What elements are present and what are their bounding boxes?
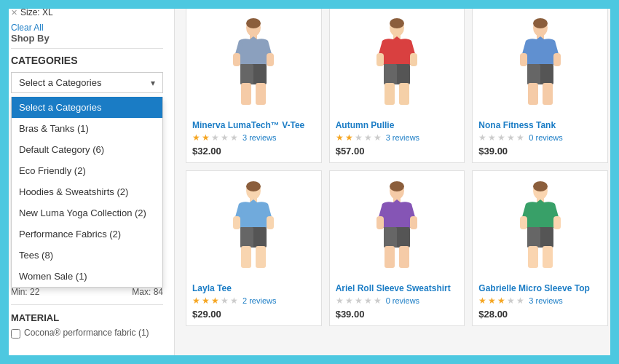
dropdown-option-tees[interactable]: Tees (8) <box>12 245 162 266</box>
product-stars: ★★★★★0 reviews <box>478 132 602 143</box>
star-empty: ★ <box>488 132 496 143</box>
product-image <box>478 14 602 116</box>
svg-rect-8 <box>256 83 266 105</box>
star-empty: ★ <box>374 296 382 306</box>
svg-point-28 <box>246 181 261 191</box>
product-stars: ★★★★★3 reviews <box>478 296 602 306</box>
price-min: Min: 22 <box>11 287 39 297</box>
svg-rect-13 <box>410 53 417 66</box>
product-stars: ★★★★★3 reviews <box>336 132 459 143</box>
product-name: Minerva LumaTech™ V-Tee <box>192 120 315 130</box>
star-filled: ★ <box>202 296 210 306</box>
review-count: 3 reviews <box>243 133 276 142</box>
categories-label: CATEGORIES <box>11 55 163 66</box>
star-empty: ★ <box>221 296 229 306</box>
svg-rect-43 <box>385 246 395 268</box>
svg-rect-12 <box>376 53 384 66</box>
svg-rect-4 <box>267 53 274 66</box>
review-count: 3 reviews <box>386 133 419 142</box>
dropdown-option-performance[interactable]: Performance Fabrics (2) <box>12 223 162 245</box>
filter-tag-label: Size: XL <box>20 7 53 17</box>
categories-dropdown[interactable]: Select a Categories ▾ Select a Categorie… <box>11 72 163 93</box>
review-count: 2 reviews <box>243 296 276 305</box>
star-empty: ★ <box>230 296 238 306</box>
star-filled: ★ <box>497 296 505 306</box>
star-empty: ★ <box>355 132 363 143</box>
material-checkbox-cocona[interactable] <box>11 329 20 339</box>
svg-rect-31 <box>267 216 274 229</box>
dropdown-option-eco[interactable]: Eco Friendly (2) <box>12 160 162 181</box>
dropdown-option-hoodies[interactable]: Hoodies & Sweatshirts (2) <box>12 181 162 202</box>
star-empty: ★ <box>516 296 524 306</box>
star-filled: ★ <box>211 296 219 306</box>
svg-point-46 <box>533 181 548 191</box>
dropdown-option-yoga[interactable]: New Luma Yoga Collection (2) <box>12 202 162 223</box>
product-image <box>192 177 315 279</box>
star-empty: ★ <box>355 296 363 306</box>
svg-rect-51 <box>527 227 540 248</box>
dropdown-option-bras[interactable]: Bras & Tanks (1) <box>12 118 162 139</box>
price-values: Min: 22 Max: 84 <box>11 287 163 297</box>
svg-rect-52 <box>528 246 538 268</box>
star-empty: ★ <box>230 132 238 143</box>
material-item-label: Cocona® performance fabric (1) <box>24 328 149 338</box>
shop-by-label: Shop By <box>11 33 163 49</box>
star-empty: ★ <box>516 132 524 143</box>
remove-filter-icon[interactable]: ✕ <box>11 8 17 17</box>
svg-rect-16 <box>385 83 395 105</box>
svg-rect-22 <box>553 53 561 66</box>
product-name: Autumn Pullie <box>336 120 459 130</box>
star-filled: ★ <box>192 296 200 306</box>
svg-point-19 <box>533 18 548 28</box>
product-area: Minerva LumaTech™ V-Tee ★★★★★3 reviews $… <box>175 0 619 364</box>
svg-rect-34 <box>241 246 251 268</box>
svg-rect-35 <box>256 246 266 268</box>
star-empty: ★ <box>336 296 344 306</box>
star-filled: ★ <box>345 132 353 143</box>
product-price: $32.00 <box>192 146 315 157</box>
dropdown-option-select[interactable]: Select a Categories <box>12 97 162 118</box>
svg-point-10 <box>390 18 404 28</box>
product-card-p5[interactable]: Ariel Roll Sleeve Sweatshirt ★★★★★0 revi… <box>329 170 465 326</box>
svg-rect-53 <box>543 246 553 268</box>
product-card-p3[interactable]: Nona Fitness Tank ★★★★★0 reviews $39.00 <box>472 7 608 163</box>
product-image <box>336 177 459 279</box>
star-empty: ★ <box>478 132 486 143</box>
product-card-p1[interactable]: Minerva LumaTech™ V-Tee ★★★★★3 reviews $… <box>186 7 322 163</box>
star-empty: ★ <box>374 132 382 143</box>
star-empty: ★ <box>345 296 353 306</box>
svg-rect-30 <box>233 216 240 229</box>
star-empty: ★ <box>364 132 372 143</box>
product-image <box>478 177 602 279</box>
star-filled: ★ <box>202 132 210 143</box>
svg-rect-26 <box>543 83 553 105</box>
star-filled: ★ <box>192 132 200 143</box>
product-price: $29.00 <box>192 309 315 320</box>
svg-rect-6 <box>240 64 253 84</box>
product-price: $39.00 <box>336 309 459 320</box>
sidebar: ✕ Size: XL Clear All Shop By CATEGORIES … <box>0 0 175 364</box>
product-card-p6[interactable]: Gabrielle Micro Sleeve Top ★★★★★3 review… <box>472 170 608 326</box>
svg-rect-25 <box>528 83 538 105</box>
svg-rect-44 <box>399 246 409 268</box>
svg-rect-40 <box>410 216 417 229</box>
star-empty: ★ <box>497 132 505 143</box>
star-empty: ★ <box>211 132 219 143</box>
dropdown-option-women[interactable]: Women Sale (1) <box>12 266 162 287</box>
product-stars: ★★★★★0 reviews <box>336 296 459 306</box>
dropdown-selected-label: Select a Categories <box>19 77 151 88</box>
star-filled: ★ <box>478 296 486 306</box>
product-name: Ariel Roll Sleeve Sweatshirt <box>336 283 459 293</box>
svg-rect-24 <box>527 64 540 84</box>
svg-point-37 <box>390 181 404 191</box>
svg-rect-42 <box>384 227 397 248</box>
svg-point-1 <box>246 18 261 28</box>
product-card-p4[interactable]: Layla Tee ★★★★★2 reviews $29.00 <box>186 170 322 326</box>
product-card-p2[interactable]: Autumn Pullie ★★★★★3 reviews $57.00 <box>329 7 465 163</box>
svg-rect-7 <box>241 83 251 105</box>
svg-rect-39 <box>376 216 384 229</box>
dropdown-option-default[interactable]: Default Category (6) <box>12 139 162 160</box>
clear-all-link[interactable]: Clear All <box>11 23 44 33</box>
material-section: MATERIAL Cocona® performance fabric (1) <box>11 304 163 339</box>
product-grid: Minerva LumaTech™ V-Tee ★★★★★3 reviews $… <box>186 7 608 326</box>
